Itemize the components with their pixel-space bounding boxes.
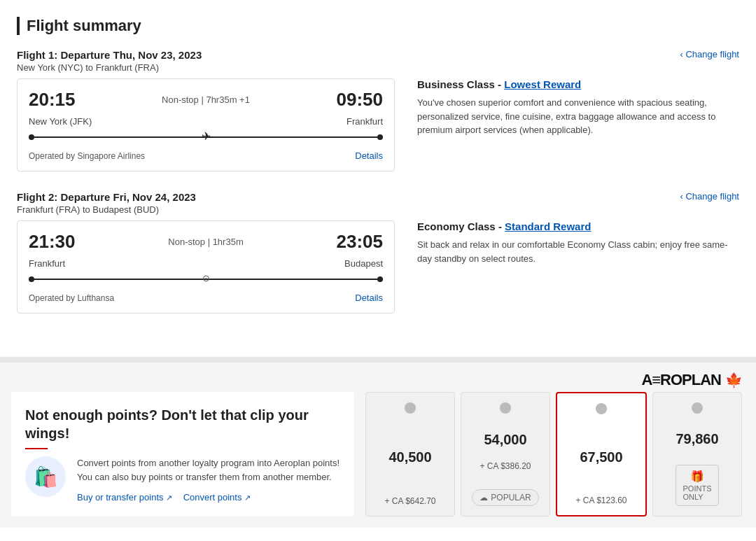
points-only-badge-3: 🎁POINTSONLY bbox=[676, 465, 720, 506]
flight-1-title: Flight 1: Departure Thu, Nov 23, 2023 bbox=[17, 49, 202, 61]
flight-1-row: 20:15 Non-stop | 7hr35m +1 09:50 New Yor… bbox=[17, 78, 739, 171]
flight-2-details-link[interactable]: Details bbox=[355, 293, 383, 303]
flight-1-city-to: Frankfurt bbox=[346, 116, 383, 127]
flight-1-line: ✈ bbox=[29, 131, 383, 143]
flight-2-row: 21:30 Non-stop | 1hr35m 23:05 Frankfurt … bbox=[17, 220, 739, 314]
change-flight-1-link[interactable]: Change flight bbox=[680, 49, 739, 59]
flight-2-duration: Non-stop | 1hr35m bbox=[168, 237, 243, 247]
flight-2-city-from: Frankfurt bbox=[29, 258, 65, 269]
promo-text: Convert points from another loyalty prog… bbox=[77, 456, 340, 484]
flight-2-operator: Operated by Lufthansa bbox=[29, 293, 114, 303]
buy-transfer-link[interactable]: Buy or transfer points bbox=[77, 492, 172, 503]
flight-1-details-link[interactable]: Details bbox=[355, 150, 383, 161]
convert-link[interactable]: Convert points bbox=[183, 492, 251, 503]
aeroplan-leaf-icon: 🍁 bbox=[725, 372, 742, 388]
promo-icon-wrapper: 🛍️ bbox=[25, 456, 67, 497]
flight-1-route: New York (NYC) to Frankfurt (FRA) bbox=[17, 62, 202, 73]
points-option-3[interactable]: 79,860🎁POINTSONLY bbox=[652, 392, 742, 517]
flight-1-arrival: 09:50 bbox=[337, 89, 384, 111]
points-option-1[interactable]: 54,000+ CA $386.20☁ POPULAR bbox=[461, 392, 550, 517]
flight-2-operator-row: Operated by Lufthansa Details bbox=[29, 293, 383, 303]
flight-1-dot-right bbox=[377, 134, 383, 140]
flight-2-city-to: Budapest bbox=[344, 258, 383, 269]
flight-2-arrival: 23:05 bbox=[337, 231, 384, 253]
aeroplan-promo-box: Not enough points? Don't let that clip y… bbox=[11, 392, 354, 517]
flight-1-city-from: New York (JFK) bbox=[29, 116, 92, 127]
flight-2-departure: 21:30 bbox=[29, 231, 76, 253]
flight-2-meta: Flight 2: Departure Fri, Nov 24, 2023 Fr… bbox=[17, 191, 196, 215]
section-divider bbox=[0, 357, 756, 363]
points-extra-1: + CA $386.20 bbox=[479, 461, 531, 471]
flight-2-dot-left bbox=[29, 276, 34, 282]
flight-2-line: ⊙ bbox=[29, 273, 383, 286]
flight-2-left: 21:30 Non-stop | 1hr35m 23:05 Frankfurt … bbox=[17, 220, 395, 314]
aeroplan-section: A≡ROPLAN 🍁 Not enough points? Don't let … bbox=[0, 363, 756, 528]
page-title: Flight summary bbox=[17, 17, 739, 35]
points-amount-2: 67,500 bbox=[580, 449, 622, 465]
flight-1-operator-row: Operated by Singapore Airlines Details bbox=[29, 150, 383, 161]
flight-1-left: 20:15 Non-stop | 7hr35m +1 09:50 New Yor… bbox=[17, 78, 395, 171]
flight-2-dot-right bbox=[377, 276, 383, 282]
flight-1-card: 20:15 Non-stop | 7hr35m +1 09:50 New Yor… bbox=[17, 78, 395, 171]
points-option-0[interactable]: 40,500+ CA $642.70 bbox=[365, 392, 455, 517]
flight-2-times: 21:30 Non-stop | 1hr35m 23:05 bbox=[29, 231, 383, 253]
flight-2-header-row: Flight 2: Departure Fri, Nov 24, 2023 Fr… bbox=[17, 191, 739, 215]
points-extra-0: + CA $642.70 bbox=[384, 496, 435, 506]
flight-2-class-description: Sit back and relax in our comfortable Ec… bbox=[417, 238, 739, 265]
points-extra-2: + CA $123.60 bbox=[575, 496, 626, 505]
flight-1-dot-left bbox=[29, 134, 34, 140]
promo-body: 🛍️ Convert points from another loyalty p… bbox=[25, 456, 340, 503]
flight-1-header-row: Flight 1: Departure Thu, Nov 23, 2023 Ne… bbox=[17, 49, 739, 73]
flight-2-block: Flight 2: Departure Fri, Nov 24, 2023 Fr… bbox=[17, 191, 739, 314]
flight-2-title: Flight 2: Departure Fri, Nov 24, 2023 bbox=[17, 191, 196, 203]
points-options: 40,500+ CA $642.7054,000+ CA $386.20☁ PO… bbox=[363, 392, 745, 517]
points-radio-1 bbox=[500, 402, 511, 414]
points-amount-3: 79,860 bbox=[676, 431, 718, 447]
points-option-2[interactable]: 67,500+ CA $123.60 bbox=[556, 392, 647, 517]
aeroplan-content: Not enough points? Don't let that clip y… bbox=[0, 392, 756, 528]
circle-icon: ⊙ bbox=[202, 273, 210, 283]
popular-badge-1: ☁ POPULAR bbox=[472, 489, 538, 506]
points-radio-2 bbox=[596, 403, 607, 414]
flight-2-class-link[interactable]: Standard Reward bbox=[505, 220, 591, 232]
points-radio-0 bbox=[405, 402, 416, 414]
aeroplan-logo: A≡ROPLAN 🍁 bbox=[641, 371, 742, 389]
flight-1-times: 20:15 Non-stop | 7hr35m +1 09:50 bbox=[29, 89, 383, 111]
promo-title: Not enough points? Don't let that clip y… bbox=[25, 406, 340, 442]
flight-1-class-title: Business Class - Lowest Reward bbox=[417, 78, 739, 90]
gift-icon: 🎁 bbox=[690, 470, 704, 483]
flight-2-cities: Frankfurt Budapest bbox=[29, 258, 383, 269]
flight-1-block: Flight 1: Departure Thu, Nov 23, 2023 Ne… bbox=[17, 49, 739, 171]
flight-1-duration: Non-stop | 7hr35m +1 bbox=[162, 94, 250, 105]
flight-1-class-link[interactable]: Lowest Reward bbox=[504, 78, 581, 90]
bag-icon: 🛍️ bbox=[25, 456, 66, 497]
flight-2-right: Economy Class - Standard Reward Sit back… bbox=[417, 220, 739, 265]
flight-1-right: Business Class - Lowest Reward You've ch… bbox=[417, 78, 739, 137]
flight-2-route: Frankfurt (FRA) to Budapest (BUD) bbox=[17, 204, 196, 215]
promo-text-content: Convert points from another loyalty prog… bbox=[77, 456, 340, 503]
promo-divider bbox=[25, 448, 48, 449]
cloud-icon: ☁ bbox=[479, 493, 488, 503]
page-wrapper: Flight summary Flight 1: Departure Thu, … bbox=[0, 0, 756, 541]
flight-2-class-title: Economy Class - Standard Reward bbox=[417, 220, 739, 232]
promo-links: Buy or transfer points Convert points bbox=[77, 492, 340, 503]
change-flight-2-link[interactable]: Change flight bbox=[680, 191, 739, 202]
flight-1-operator: Operated by Singapore Airlines bbox=[29, 151, 145, 161]
top-section: Flight summary Flight 1: Departure Thu, … bbox=[0, 0, 756, 350]
aeroplan-header: A≡ROPLAN 🍁 bbox=[0, 363, 756, 392]
plane-icon: ✈ bbox=[202, 129, 211, 143]
flight-1-departure: 20:15 bbox=[29, 89, 76, 111]
points-amount-0: 40,500 bbox=[388, 449, 431, 465]
points-radio-3 bbox=[692, 402, 703, 414]
points-amount-1: 54,000 bbox=[484, 432, 526, 448]
flight-1-cities: New York (JFK) Frankfurt bbox=[29, 116, 383, 127]
flight-1-class-description: You've chosen superior comfort and conve… bbox=[417, 96, 739, 137]
aeroplan-logo-text: A≡ROPLAN bbox=[641, 371, 721, 389]
flight-1-meta: Flight 1: Departure Thu, Nov 23, 2023 Ne… bbox=[17, 49, 202, 73]
flight-2-card: 21:30 Non-stop | 1hr35m 23:05 Frankfurt … bbox=[17, 220, 395, 314]
